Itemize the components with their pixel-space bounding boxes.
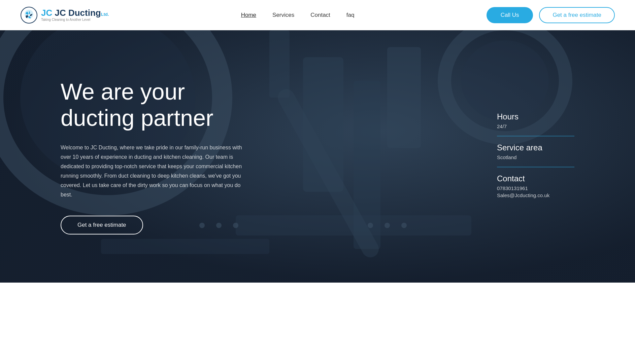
site-header: JC JC DuctingLtd. Taking Cleaning to Ano… — [0, 0, 635, 30]
nav-contact[interactable]: Contact — [310, 12, 330, 19]
contact-block: Contact 07830131961 Sales@Jcducting.co.u… — [497, 174, 574, 198]
below-hero-space — [0, 283, 635, 364]
contact-phone: 07830131961 — [497, 185, 574, 191]
hours-value: 24/7 — [497, 123, 574, 129]
logo-tagline: Taking Cleaning to Another Level — [41, 18, 109, 22]
nav-faq[interactable]: faq — [346, 12, 355, 19]
header-buttons: Call Us Get a free estimate — [487, 7, 615, 23]
logo-ducting: JC Ducting — [55, 8, 101, 18]
main-nav: Home Services Contact faq — [241, 12, 355, 19]
call-us-button[interactable]: Call Us — [487, 7, 533, 23]
hero-description: Welcome to JC Ducting, where we take pri… — [61, 143, 242, 199]
hero-section: We are your ducting partner Welcome to J… — [0, 30, 635, 283]
service-area-label: Service area — [497, 143, 574, 152]
hero-info-panel: Hours 24/7 Service area Scotland Contact… — [497, 112, 574, 201]
contact-label: Contact — [497, 174, 574, 183]
svg-point-1 — [28, 14, 30, 16]
service-area-block: Service area Scotland — [497, 143, 574, 160]
hours-label: Hours — [497, 112, 574, 121]
logo: JC JC DuctingLtd. Taking Cleaning to Ano… — [20, 6, 109, 24]
hero-content: We are your ducting partner Welcome to J… — [0, 78, 263, 234]
get-estimate-button-header[interactable]: Get a free estimate — [539, 7, 615, 23]
hero-title: We are your ducting partner — [61, 78, 263, 131]
info-divider-2 — [497, 167, 574, 167]
service-area-value: Scotland — [497, 154, 574, 160]
info-divider-1 — [497, 136, 574, 136]
get-estimate-button-hero[interactable]: Get a free estimate — [61, 216, 143, 234]
nav-services[interactable]: Services — [272, 12, 294, 19]
logo-jc: JC — [41, 8, 55, 18]
logo-ltd: Ltd. — [101, 12, 109, 17]
contact-email: Sales@Jcducting.co.uk — [497, 192, 574, 198]
logo-text: JC JC DuctingLtd. Taking Cleaning to Ano… — [41, 8, 109, 22]
logo-icon — [20, 6, 38, 24]
hours-block: Hours 24/7 — [497, 112, 574, 129]
nav-home[interactable]: Home — [241, 12, 256, 19]
